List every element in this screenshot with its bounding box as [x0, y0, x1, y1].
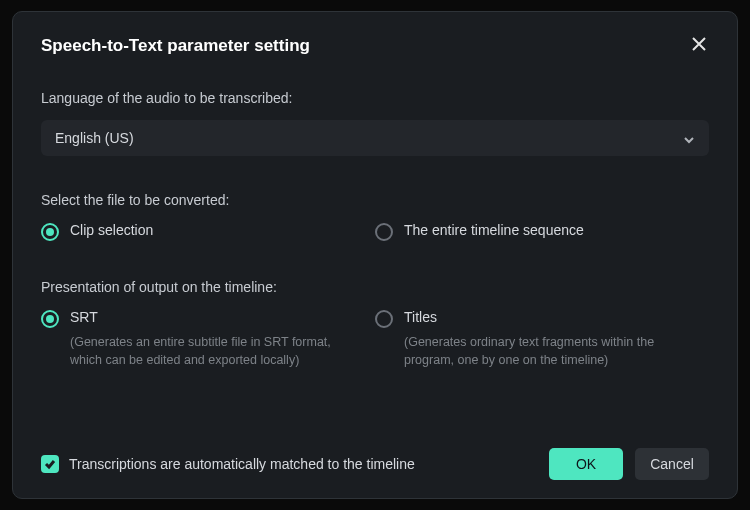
radio-titles[interactable]: Titles	[375, 309, 709, 328]
language-label: Language of the audio to be transcribed:	[41, 90, 709, 106]
speech-to-text-dialog: Speech-to-Text parameter setting Languag…	[12, 11, 738, 499]
srt-description: (Generates an entire subtitle file in SR…	[70, 334, 350, 369]
file-select-label: Select the file to be converted:	[41, 192, 709, 208]
close-button[interactable]	[689, 36, 709, 56]
dialog-footer: Transcriptions are automatically matched…	[41, 434, 709, 480]
radio-icon	[41, 223, 59, 241]
radio-entire-timeline[interactable]: The entire timeline sequence	[375, 222, 709, 241]
output-label: Presentation of output on the timeline:	[41, 279, 709, 295]
chevron-down-icon	[683, 132, 695, 144]
cancel-button[interactable]: Cancel	[635, 448, 709, 480]
dialog-header: Speech-to-Text parameter setting	[41, 36, 709, 56]
checkbox-icon	[41, 455, 59, 473]
auto-match-checkbox[interactable]: Transcriptions are automatically matched…	[41, 455, 415, 473]
dialog-title: Speech-to-Text parameter setting	[41, 36, 310, 56]
file-select-radios: Clip selection The entire timeline seque…	[41, 222, 709, 241]
radio-label: The entire timeline sequence	[404, 222, 584, 238]
ok-button[interactable]: OK	[549, 448, 623, 480]
close-icon	[691, 36, 707, 56]
language-selected-value: English (US)	[55, 130, 134, 146]
titles-description: (Generates ordinary text fragments withi…	[404, 334, 684, 369]
radio-label: SRT	[70, 309, 98, 325]
button-group: OK Cancel	[549, 448, 709, 480]
output-radios: SRT (Generates an entire subtitle file i…	[41, 309, 709, 369]
radio-icon	[375, 310, 393, 328]
radio-srt[interactable]: SRT	[41, 309, 375, 328]
radio-clip-selection[interactable]: Clip selection	[41, 222, 375, 241]
checkbox-label: Transcriptions are automatically matched…	[69, 456, 415, 472]
radio-icon	[41, 310, 59, 328]
radio-label: Clip selection	[70, 222, 153, 238]
radio-label: Titles	[404, 309, 437, 325]
language-select[interactable]: English (US)	[41, 120, 709, 156]
radio-icon	[375, 223, 393, 241]
